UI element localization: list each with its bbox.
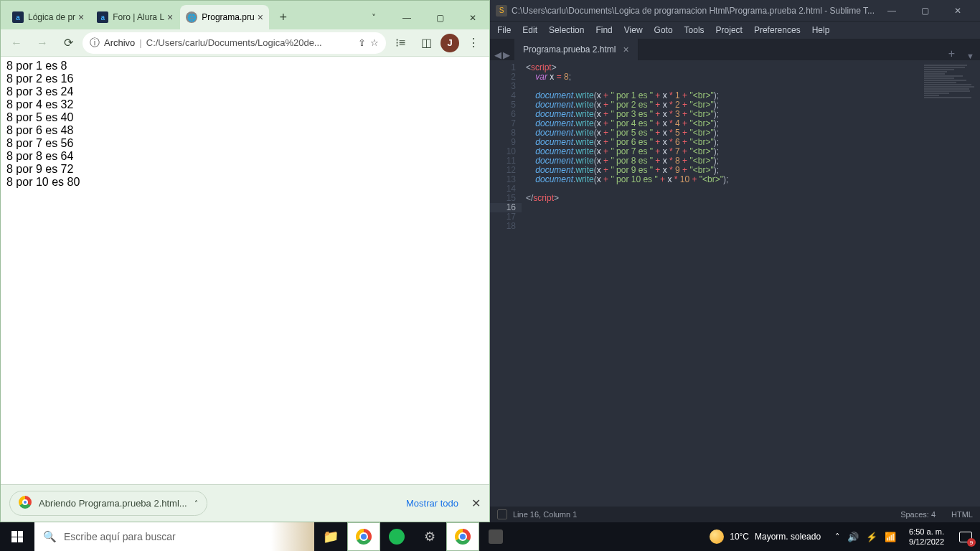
chevron-up-icon[interactable]: ˄ <box>194 499 198 507</box>
search-highlight-icon[interactable] <box>271 522 314 551</box>
clock-time: 6:50 a. m. <box>909 527 944 537</box>
output-line: 8 por 2 es 16 <box>6 72 484 85</box>
indent-status[interactable]: Spaces: 4 <box>900 510 936 519</box>
page-content: 8 por 1 es 88 por 2 es 168 por 3 es 248 … <box>1 57 489 484</box>
taskbar-settings-icon[interactable]: ⚙ <box>413 522 446 551</box>
download-chip[interactable]: Abriendo Programa.prueba 2.html... ˄ <box>9 491 207 516</box>
tab-close-icon[interactable]: × <box>167 11 173 23</box>
site-info-icon[interactable]: ⓘ <box>90 37 100 50</box>
sublime-window: S C:\Users\carlu\Documents\Logica de pro… <box>490 0 980 522</box>
code-content[interactable]: <script> var x = 8; document.write(x + "… <box>522 60 980 507</box>
download-filename: Abriendo Programa.prueba 2.html... <box>39 498 187 509</box>
tray-battery-icon[interactable]: ⚡ <box>866 532 877 542</box>
editor-tab[interactable]: Programa.prueba 2.html × <box>514 39 639 60</box>
weather-desc: Mayorm. soleado <box>755 532 821 542</box>
clock-date: 9/12/2022 <box>909 537 944 547</box>
chrome-toolbar: ← → ⟳ ⓘ Archivo | C:/Users/carlu/Documen… <box>1 29 489 57</box>
weather-temp: 10°C <box>730 532 749 542</box>
windows-taskbar: 🔍 Escribe aquí para buscar 📁 ⚙ 10°C Mayo… <box>0 522 980 551</box>
sidepanel-icon[interactable]: ◫ <box>415 32 438 55</box>
menu-item[interactable]: Find <box>595 25 612 35</box>
sublime-minimize-button[interactable]: — <box>875 0 908 22</box>
tray-volume-icon[interactable]: 🔊 <box>847 532 859 542</box>
menu-item[interactable]: Help <box>812 25 830 35</box>
show-all-downloads[interactable]: Mostrar todo <box>406 498 458 509</box>
download-bar: Abriendo Programa.prueba 2.html... ˄ Mos… <box>1 484 489 522</box>
taskbar-clock[interactable]: 6:50 a. m. 9/12/2022 <box>902 527 951 547</box>
menu-item[interactable]: Goto <box>654 25 673 35</box>
chrome-logo-icon <box>19 496 32 511</box>
start-button[interactable] <box>0 522 34 551</box>
close-download-bar[interactable]: ✕ <box>471 496 481 510</box>
status-panel-icon[interactable] <box>497 509 507 519</box>
profile-avatar[interactable]: J <box>440 34 459 52</box>
reload-button[interactable]: ⟳ <box>57 32 80 55</box>
tab-close-icon[interactable]: × <box>258 11 263 23</box>
tray-chevron-icon[interactable]: ˄ <box>835 532 840 542</box>
chrome-window-controls: ˅ — ▢ ✕ <box>357 6 489 29</box>
taskbar-weather[interactable]: 10°C Mayorm. soleado <box>701 529 829 544</box>
chrome-titlebar: a Lógica de pr ×a Foro | Alura L ×🌐 Prog… <box>1 1 489 29</box>
bookmark-icon[interactable]: ☆ <box>370 37 379 48</box>
tab-history-fwd-icon[interactable]: ▶ <box>503 50 510 60</box>
tab-close-icon[interactable]: × <box>78 11 84 23</box>
address-bar[interactable]: ⓘ Archivo | C:/Users/carlu/Documents/Log… <box>83 32 386 54</box>
minimap[interactable] <box>923 63 980 135</box>
line-gutter: 123456789101112131415161718 <box>490 60 522 507</box>
output-line: 8 por 5 es 40 <box>6 111 484 124</box>
sublime-app-icon: S <box>496 5 507 17</box>
taskbar-chrome-icon[interactable] <box>347 522 380 551</box>
menu-item[interactable]: Selection <box>549 25 584 35</box>
tab-close-icon[interactable]: × <box>623 44 628 55</box>
tab-history-back-icon[interactable]: ◀ <box>494 50 501 60</box>
new-tab-button[interactable]: + <box>943 47 961 60</box>
menu-item[interactable]: View <box>624 25 643 35</box>
editor-area[interactable]: 123456789101112131415161718 <script> var… <box>490 60 980 507</box>
syntax-status[interactable]: HTML <box>951 510 973 519</box>
back-button[interactable]: ← <box>5 32 28 55</box>
browser-tab[interactable]: 🌐 Programa.pru × <box>180 5 269 29</box>
taskbar-chrome2-icon[interactable] <box>446 522 479 551</box>
chrome-minimize-button[interactable]: — <box>390 6 423 29</box>
menu-item[interactable]: Edit <box>522 25 537 35</box>
menu-item[interactable]: Tools <box>684 25 705 35</box>
sublime-titlebar: S C:\Users\carlu\Documents\Logica de pro… <box>490 0 980 22</box>
tray-wifi-icon[interactable]: 📶 <box>885 532 896 542</box>
chrome-close-button[interactable]: ✕ <box>456 6 489 29</box>
output-line: 8 por 4 es 32 <box>6 98 484 111</box>
share-icon[interactable]: ⇪ <box>358 37 366 48</box>
tab-favicon: 🌐 <box>186 11 197 23</box>
taskbar-search[interactable]: 🔍 Escribe aquí para buscar <box>34 522 271 551</box>
url-scheme-label: Archivo <box>104 37 135 48</box>
taskbar-sublime-icon[interactable] <box>479 522 512 551</box>
output-line: 8 por 9 es 72 <box>6 163 484 176</box>
search-placeholder: Escribe aquí para buscar <box>64 531 176 542</box>
output-line: 8 por 8 es 64 <box>6 150 484 163</box>
tab-title: Lógica de pr <box>28 12 75 22</box>
sublime-close-button[interactable]: ✕ <box>941 0 974 22</box>
extensions-icon[interactable]: ⁝≡ <box>389 32 412 55</box>
tab-filename: Programa.prueba 2.html <box>523 44 616 55</box>
chrome-collapse-icon[interactable]: ˅ <box>357 6 390 29</box>
system-tray[interactable]: ˄ 🔊 ⚡ 📶 <box>829 532 902 542</box>
forward-button[interactable]: → <box>31 32 54 55</box>
chrome-menu-button[interactable]: ⋮ <box>462 32 485 55</box>
sublime-title: C:\Users\carlu\Documents\Logica de progr… <box>512 6 875 16</box>
tab-dropdown-icon[interactable]: ▼ <box>961 52 980 60</box>
notification-center[interactable]: 9 <box>951 522 980 551</box>
tab-title: Foro | Alura L <box>113 12 164 22</box>
sublime-maximize-button[interactable]: ▢ <box>908 0 941 22</box>
browser-tab[interactable]: a Lógica de pr × <box>6 5 90 29</box>
status-bar: Line 16, Column 1 Spaces: 4 HTML <box>490 507 980 522</box>
tab-title: Programa.pru <box>202 12 254 22</box>
menu-item[interactable]: File <box>497 25 511 35</box>
chrome-maximize-button[interactable]: ▢ <box>423 6 456 29</box>
sublime-menubar: FileEditSelectionFindViewGotoToolsProjec… <box>490 22 980 39</box>
taskbar-explorer-icon[interactable]: 📁 <box>314 522 347 551</box>
taskbar-spotify-icon[interactable] <box>380 522 413 551</box>
new-tab-button[interactable]: + <box>273 7 293 27</box>
menu-item[interactable]: Preferences <box>754 25 801 35</box>
search-icon: 🔍 <box>43 530 57 543</box>
menu-item[interactable]: Project <box>716 25 743 35</box>
browser-tab[interactable]: a Foro | Alura L × <box>91 5 179 29</box>
